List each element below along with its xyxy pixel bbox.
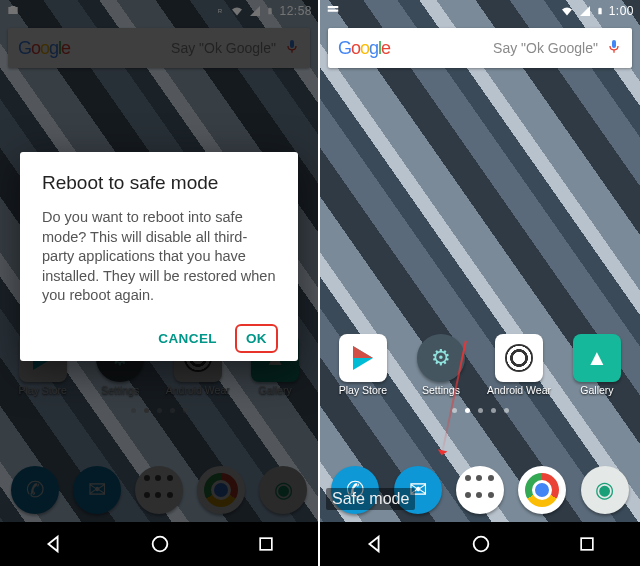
chrome-icon: [525, 473, 559, 507]
nav-bar: [320, 522, 640, 566]
app-gallery[interactable]: ▲ Gallery: [568, 334, 626, 396]
svg-point-1: [153, 537, 168, 552]
dialog-title: Reboot to safe mode: [42, 172, 278, 194]
svg-rect-2: [260, 538, 272, 550]
notification-icon: [326, 3, 340, 17]
status-bar: 1:00: [320, 0, 640, 22]
wifi-icon: [560, 5, 574, 17]
home-icon[interactable]: [149, 533, 171, 555]
safe-mode-dialog: Reboot to safe mode Do you want to reboo…: [20, 152, 298, 361]
clock: 1:00: [609, 4, 634, 18]
gallery-icon: ▲: [573, 334, 621, 382]
mic-icon[interactable]: [606, 38, 622, 58]
app-drawer-icon: [465, 475, 495, 505]
camera-app-icon: ◉: [581, 466, 629, 514]
search-hint: Say "Ok Google": [390, 40, 598, 56]
dialog-body: Do you want to reboot into safe mode? Th…: [42, 208, 278, 306]
home-icon[interactable]: [470, 533, 492, 555]
phone-left: R 12:58 Google Say "Ok Google" Play Stor…: [0, 0, 320, 566]
nav-bar: [0, 522, 318, 566]
home-app-row: Play Store ⚙ Settings Android Wear ▲ Gal…: [320, 334, 640, 396]
back-icon[interactable]: [363, 533, 385, 555]
signal-icon: [579, 5, 591, 17]
recents-icon[interactable]: [256, 534, 276, 554]
battery-icon: [596, 4, 604, 18]
dock-app-drawer[interactable]: [451, 466, 509, 514]
page-indicator: [320, 408, 640, 413]
svg-rect-4: [581, 538, 593, 550]
android-wear-icon: [505, 344, 533, 372]
back-icon[interactable]: [42, 533, 64, 555]
safe-mode-badge: Safe mode: [326, 488, 415, 510]
phone-right: 1:00 Google Say "Ok Google" Play Store ⚙…: [320, 0, 640, 566]
svg-point-3: [474, 537, 489, 552]
cancel-button[interactable]: Cancel: [148, 324, 227, 353]
app-play-store[interactable]: Play Store: [334, 334, 392, 396]
recents-icon[interactable]: [577, 534, 597, 554]
app-android-wear[interactable]: Android Wear: [490, 334, 548, 396]
google-search-bar[interactable]: Google Say "Ok Google": [328, 28, 632, 68]
dock-camera[interactable]: ◉: [576, 466, 634, 514]
ok-button[interactable]: OK: [235, 324, 278, 353]
play-store-icon: [353, 346, 373, 370]
google-logo: Google: [338, 38, 390, 59]
dock-chrome[interactable]: [513, 466, 571, 514]
